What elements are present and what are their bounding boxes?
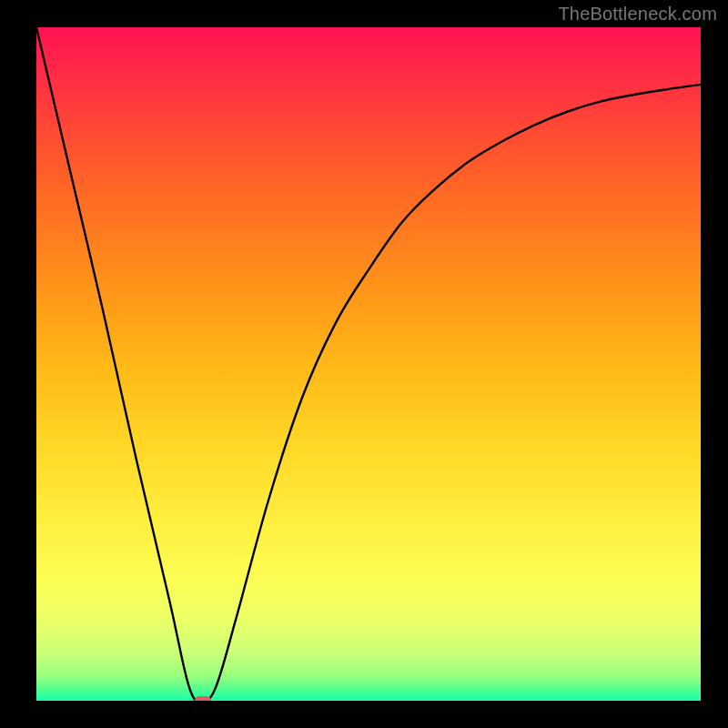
curve-layer — [36, 27, 701, 701]
bottleneck-curve-path — [36, 27, 701, 701]
plot-area — [36, 27, 701, 701]
watermark-text: TheBottleneck.com — [558, 4, 717, 25]
minimum-marker — [195, 696, 211, 701]
chart-frame: TheBottleneck.com — [0, 0, 728, 728]
